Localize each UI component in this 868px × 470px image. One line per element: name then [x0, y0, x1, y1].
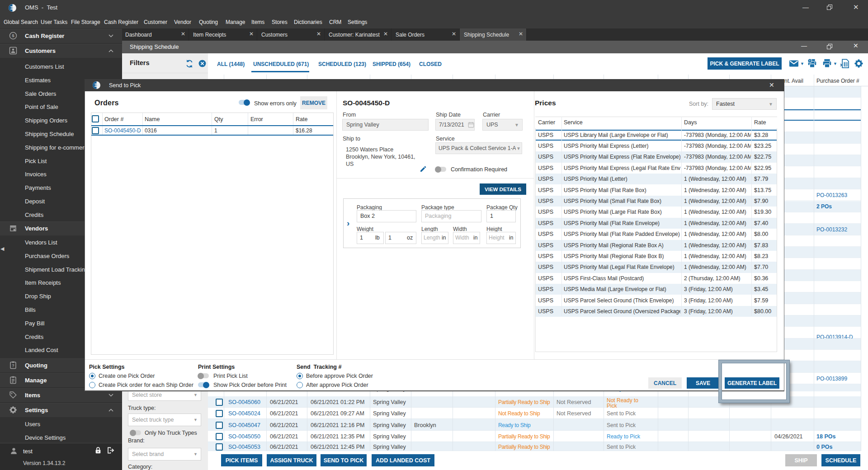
svg-text:$: $ — [12, 33, 14, 38]
svg-text:x: x — [840, 62, 843, 67]
svg-text:?: ? — [12, 364, 14, 368]
